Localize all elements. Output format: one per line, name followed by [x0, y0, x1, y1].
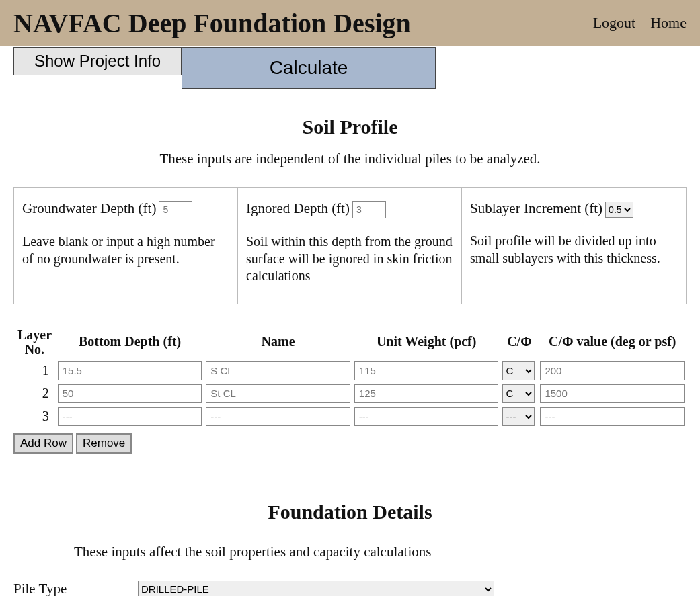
nav-links: Logout Home — [581, 14, 687, 32]
layer-no: 2 — [13, 382, 56, 405]
pile-type-label: Pile Type — [13, 581, 138, 596]
pile-type-row: Pile Type DRILLED-PILE — [13, 581, 687, 596]
layers-table: Layer No. Bottom Depth (ft) Name Unit We… — [13, 325, 687, 428]
ignored-depth-input[interactable] — [352, 201, 386, 218]
col-bottom-depth: Bottom Depth (ft) — [56, 325, 204, 359]
cphi-select[interactable]: C — [502, 361, 535, 380]
cphi-value-input[interactable] — [540, 407, 685, 426]
col-unit-weight: Unit Weight (pcf) — [352, 325, 501, 359]
col-cphi: C/Φ — [500, 325, 538, 359]
app-header: NAVFAC Deep Foundation Design Logout Hom… — [0, 0, 700, 46]
calculate-button[interactable]: Calculate — [182, 47, 436, 89]
sublayer-label: Sublayer Increment (ft) — [470, 200, 602, 216]
cphi-select[interactable]: --- — [502, 407, 535, 426]
soil-profile-subtitle: These inputs are independent of the indi… — [0, 151, 700, 167]
soil-profile-section: Soil Profile These inputs are independen… — [0, 116, 700, 304]
groundwater-cell: Groundwater Depth (ft) Leave blank or in… — [14, 188, 238, 304]
logout-link[interactable]: Logout — [593, 14, 636, 31]
name-input[interactable] — [206, 384, 350, 403]
table-row: 3--- — [13, 405, 687, 428]
col-layer-no: Layer No. — [13, 325, 56, 359]
foundation-subtitle: These inputs affect the soil properties … — [74, 544, 687, 560]
groundwater-label: Groundwater Depth (ft) — [22, 200, 156, 216]
groundwater-desc: Leave blank or input a high number of no… — [22, 233, 229, 267]
add-row-button[interactable]: Add Row — [13, 433, 73, 454]
col-name: Name — [204, 325, 352, 359]
ignored-depth-cell: Ignored Depth (ft) Soil within this dept… — [238, 188, 462, 304]
soil-profile-grid: Groundwater Depth (ft) Leave blank or in… — [13, 187, 687, 304]
col-cphi-value: C/Φ value (deg or psf) — [538, 325, 687, 359]
sublayer-desc: Soil profile will be divided up into sma… — [470, 232, 678, 267]
cphi-select[interactable]: C — [502, 384, 535, 403]
show-project-info-button[interactable]: Show Project Info — [13, 47, 182, 75]
cphi-value-input[interactable] — [540, 361, 685, 380]
layer-row-buttons: Add Row Remove — [13, 433, 700, 454]
sublayer-cell: Sublayer Increment (ft) 0.5 Soil profile… — [462, 188, 686, 304]
table-row: 2C — [13, 382, 687, 405]
soil-profile-title: Soil Profile — [0, 116, 700, 138]
name-input[interactable] — [206, 361, 350, 380]
foundation-title: Foundation Details — [13, 501, 687, 523]
app-title: NAVFAC Deep Foundation Design — [13, 7, 411, 39]
depth-input[interactable] — [58, 384, 202, 403]
toolbar: Show Project Info Calculate — [0, 40, 700, 89]
weight-input[interactable] — [354, 407, 499, 426]
weight-input[interactable] — [354, 384, 499, 403]
foundation-section: Foundation Details These inputs affect t… — [13, 501, 687, 596]
ignored-depth-label: Ignored Depth (ft) — [246, 200, 350, 216]
weight-input[interactable] — [354, 361, 499, 380]
sublayer-select[interactable]: 0.5 — [605, 202, 633, 218]
layers-table-wrap: Layer No. Bottom Depth (ft) Name Unit We… — [13, 325, 687, 428]
depth-input[interactable] — [58, 407, 202, 426]
home-link[interactable]: Home — [650, 14, 687, 31]
depth-input[interactable] — [58, 361, 202, 380]
layer-no: 3 — [13, 405, 56, 428]
cphi-value-input[interactable] — [540, 384, 685, 403]
ignored-depth-desc: Soil within this depth from the ground s… — [246, 233, 453, 285]
pile-type-select[interactable]: DRILLED-PILE — [138, 581, 494, 596]
name-input[interactable] — [206, 407, 350, 426]
layer-no: 1 — [13, 359, 56, 382]
groundwater-input[interactable] — [159, 201, 192, 218]
table-row: 1C — [13, 359, 687, 382]
remove-row-button[interactable]: Remove — [76, 433, 132, 454]
